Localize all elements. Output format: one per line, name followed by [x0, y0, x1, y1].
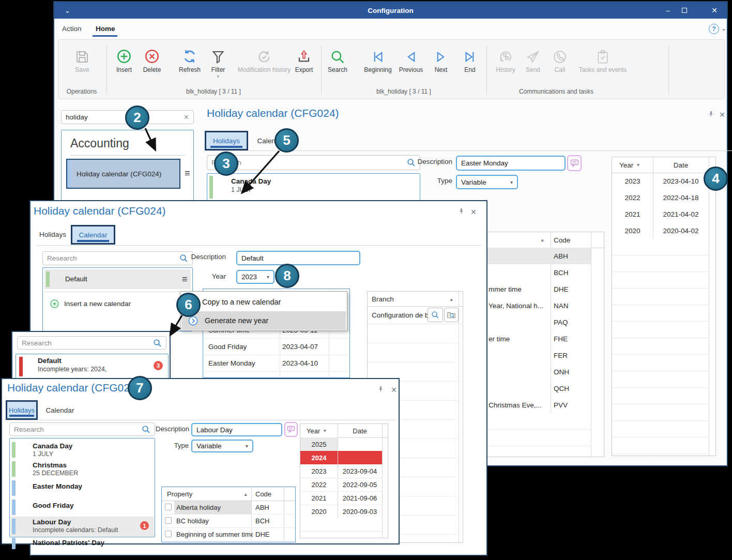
tab-holidays[interactable]: Holidays — [38, 228, 68, 240]
branch-search-button[interactable] — [428, 308, 443, 322]
item-menu-icon[interactable]: ≡ — [182, 275, 188, 284]
table-row-date[interactable]: 2021-09-06 — [338, 491, 382, 505]
table-row-code[interactable]: DHE — [554, 281, 590, 297]
type-dropdown[interactable]: Variable ▾ — [191, 440, 253, 452]
table-row-name[interactable]: Good Friday — [208, 338, 278, 355]
pin-icon[interactable] — [377, 386, 384, 395]
table-row-label[interactable] — [489, 364, 550, 380]
help-chevron-icon[interactable]: ⌄ — [721, 25, 726, 32]
table-row-label[interactable] — [489, 380, 550, 397]
type-dropdown[interactable]: Variable ▾ — [456, 175, 518, 189]
comment-button[interactable] — [567, 155, 582, 171]
table-row-code[interactable]: DHE — [255, 527, 283, 541]
year-column-header[interactable]: Year▼ — [619, 157, 640, 173]
tab-holidays[interactable]: Holidays — [205, 131, 248, 150]
mini-search-input[interactable] — [22, 339, 150, 347]
clear-search-icon[interactable]: ✕ — [184, 113, 189, 121]
table-row-date[interactable]: 2023-09-04 — [338, 464, 382, 478]
table-row-year[interactable]: 2023 — [612, 173, 653, 189]
table-row-date[interactable]: 2022-04-18 — [653, 189, 709, 206]
description-field[interactable] — [191, 423, 282, 436]
table-row-code[interactable]: ABH — [255, 501, 283, 514]
magnifier-icon[interactable] — [407, 158, 416, 167]
table-row-date[interactable]: 2021-04-02 — [653, 206, 709, 222]
table-row-property[interactable]: Alberta holiday — [176, 501, 250, 514]
table-row-name[interactable]: Easter Monday — [208, 355, 278, 371]
list-item-name[interactable]: Easter Monday — [33, 482, 82, 490]
menu-tab-home[interactable]: Home — [96, 25, 115, 33]
table-row-date[interactable] — [338, 437, 382, 451]
table-row-code[interactable]: ABH — [554, 248, 590, 264]
table-row-code[interactable]: ONH — [554, 364, 590, 380]
table-row-year[interactable]: 2023 — [300, 464, 338, 478]
magnifier-icon[interactable] — [153, 339, 162, 347]
table-row-code[interactable]: NAN — [554, 297, 590, 314]
table-row-label[interactable]: Year, National h... — [489, 297, 550, 314]
description-input[interactable] — [196, 426, 277, 434]
table-row-date[interactable]: 2020-04-02 — [653, 222, 709, 239]
code-column-header[interactable]: Code — [554, 232, 570, 248]
table-row-date[interactable] — [338, 451, 382, 464]
table-row-year[interactable]: 2022 — [300, 478, 338, 491]
branch-cell[interactable]: Configuration de b — [372, 306, 429, 324]
description-field[interactable] — [236, 251, 360, 265]
calendar-search[interactable] — [42, 251, 193, 265]
send-button[interactable]: Send — [521, 45, 545, 73]
modification-history-button[interactable]: Modification history — [237, 45, 292, 73]
mini-search[interactable] — [17, 336, 166, 350]
menu-item-generate-new-year[interactable]: Generate new year — [181, 311, 346, 330]
filter-dropdown-icon[interactable]: ˅ — [217, 74, 219, 80]
table-row-label[interactable]: er time — [489, 330, 550, 347]
table-row-date[interactable]: 2022-09-05 — [338, 478, 382, 491]
sidebar-search-input[interactable] — [66, 113, 180, 121]
menu-tab-action[interactable]: Action — [62, 25, 82, 33]
table-row-date[interactable]: 2023-04-10 — [282, 355, 328, 371]
year-dropdown[interactable]: 2023 ▾ — [236, 270, 274, 284]
call-button[interactable]: Call — [548, 45, 572, 73]
list-item-name[interactable]: National Patriots' Day — [33, 539, 104, 547]
sidebar-item-holiday-calendar[interactable]: Holiday calendar (CFG024) — [66, 159, 180, 189]
list-item-name[interactable]: Labour Day — [33, 518, 71, 526]
table-row-property[interactable]: BC holiday — [176, 514, 250, 527]
table-row-code[interactable]: QCH — [554, 380, 590, 397]
holiday-search[interactable] — [9, 422, 155, 436]
history-button[interactable]: History — [491, 45, 520, 73]
table-row-label[interactable]: mmer time — [489, 281, 550, 297]
table-row-code[interactable]: PAQ — [554, 314, 590, 330]
row-checkbox[interactable] — [165, 531, 172, 537]
tab-holidays[interactable]: Holidays — [6, 400, 38, 420]
holiday-search-input[interactable] — [211, 159, 404, 167]
insert-new-calendar-button[interactable]: Insert a new calendar — [50, 299, 131, 309]
description-input[interactable] — [461, 159, 560, 167]
branch-browse-button[interactable] — [444, 308, 459, 322]
table-row-year[interactable]: 2020 — [612, 222, 653, 239]
list-item-name[interactable]: Christmas — [33, 461, 67, 469]
holiday-item-name[interactable]: Canada Day — [231, 177, 271, 185]
table-row-code[interactable]: PVV — [554, 397, 590, 413]
row-checkbox[interactable] — [165, 504, 172, 510]
table-row-year[interactable]: 2021 — [300, 491, 338, 505]
row-checkbox[interactable] — [165, 517, 172, 524]
next-button[interactable]: Next — [428, 45, 454, 73]
table-row-year[interactable]: 2021 — [612, 206, 653, 222]
calendar-item-default[interactable]: Default ≡ — [44, 269, 191, 289]
beginning-button[interactable]: Beginning — [359, 45, 396, 73]
table-row-date[interactable]: 2020-09-03 — [338, 505, 382, 518]
titlebar[interactable]: ⌄ Configuration – ✕ — [54, 2, 727, 19]
date-column-header[interactable]: Date — [653, 157, 709, 173]
tab-calendar[interactable]: Calendar — [71, 225, 115, 245]
save-button[interactable]: Save — [66, 45, 98, 73]
table-row-label[interactable] — [489, 264, 550, 281]
list-item-name[interactable]: Good Friday — [33, 502, 74, 509]
refresh-button[interactable]: Refresh — [174, 45, 205, 73]
table-row-label[interactable] — [489, 347, 550, 364]
help-icon[interactable]: ? — [709, 24, 719, 34]
end-button[interactable]: End — [457, 45, 482, 73]
magnifier-icon[interactable] — [179, 254, 188, 263]
pin-icon[interactable] — [708, 111, 714, 119]
table-row-year[interactable]: 2024 — [300, 451, 338, 464]
close-icon[interactable]: ✕ — [391, 386, 397, 394]
property-column-header[interactable]: Property — [167, 487, 192, 501]
previous-button[interactable]: Previous — [395, 45, 427, 73]
tab-calendar[interactable]: Calendar — [43, 404, 77, 416]
